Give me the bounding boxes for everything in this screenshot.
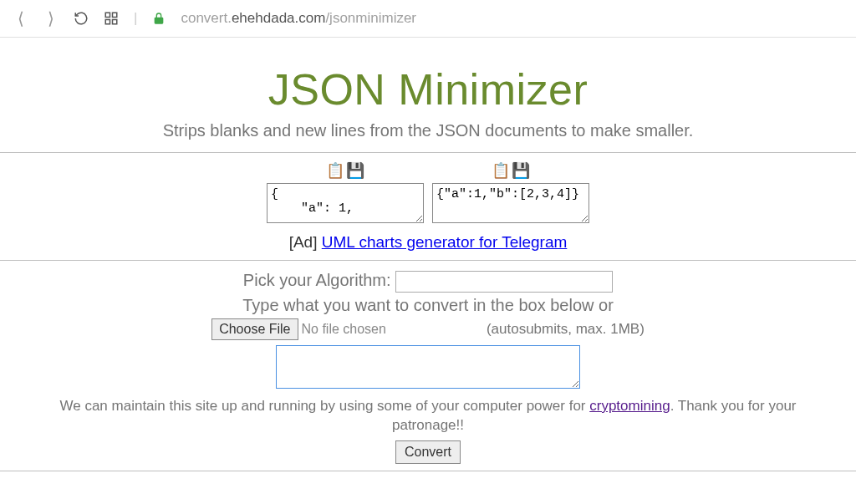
no-file-label: No file chosen — [302, 322, 386, 337]
svg-rect-2 — [105, 20, 110, 24]
convert-button[interactable]: Convert — [395, 440, 461, 464]
algo-label: Pick your Algorithm: — [243, 271, 395, 289]
save-icon[interactable]: 💾 — [512, 161, 530, 180]
file-row: Choose File No file chosen (autosubmits,… — [0, 318, 856, 340]
type-hint: Type what you want to convert in the box… — [0, 296, 856, 315]
svg-rect-0 — [105, 13, 110, 17]
ad-link[interactable]: UML charts generator for Telegram — [322, 233, 568, 251]
url-subdomain: convert. — [181, 10, 231, 26]
lock-icon — [152, 12, 166, 25]
sample-row: 📋 💾 📋 💾 — [0, 153, 856, 223]
apps-icon[interactable] — [104, 11, 119, 26]
svg-rect-1 — [113, 13, 117, 17]
page-content: JSON Minimizer Strips blanks and new lin… — [0, 38, 856, 471]
page-subtitle: Strips blanks and new lines from the JSO… — [0, 121, 856, 140]
browser-toolbar: ⟨ ⟩ | convert.ehehdada.com/jsonminimizer — [0, 0, 856, 38]
forward-button[interactable]: ⟩ — [43, 8, 59, 28]
convert-textarea[interactable] — [276, 345, 580, 389]
save-icon[interactable]: 💾 — [346, 161, 364, 180]
sample-input[interactable] — [267, 183, 424, 223]
page-title: JSON Minimizer — [0, 64, 856, 115]
sample-output-col: 📋 💾 — [432, 161, 589, 223]
sample-input-col: 📋 💾 — [267, 161, 424, 223]
ad-line: [Ad] UML charts generator for Telegram — [0, 223, 856, 260]
cryptomining-link[interactable]: cryptomining — [589, 398, 670, 414]
toolbar-separator: | — [134, 10, 137, 27]
url-path: /jsonminimizer — [325, 10, 416, 26]
autosubmit-hint: (autosubmits, max. 1MB) — [487, 321, 645, 338]
divider-bottom — [0, 471, 856, 471]
svg-rect-3 — [113, 20, 117, 24]
disclaimer: We can maintain this site up and running… — [0, 397, 856, 435]
choose-file-button[interactable]: Choose File — [211, 318, 298, 340]
form-section: Pick your Algorithm: Type what you want … — [0, 261, 856, 464]
reload-button[interactable] — [74, 11, 89, 26]
ad-prefix: [Ad] — [289, 233, 322, 251]
sample-output[interactable] — [432, 183, 589, 223]
url-host: ehehdada.com — [232, 10, 325, 26]
algo-input[interactable] — [395, 271, 613, 293]
clipboard-icon[interactable]: 📋 — [492, 161, 510, 180]
clipboard-icon[interactable]: 📋 — [326, 161, 344, 180]
back-button[interactable]: ⟨ — [13, 8, 28, 28]
url-display[interactable]: convert.ehehdada.com/jsonminimizer — [181, 10, 416, 27]
